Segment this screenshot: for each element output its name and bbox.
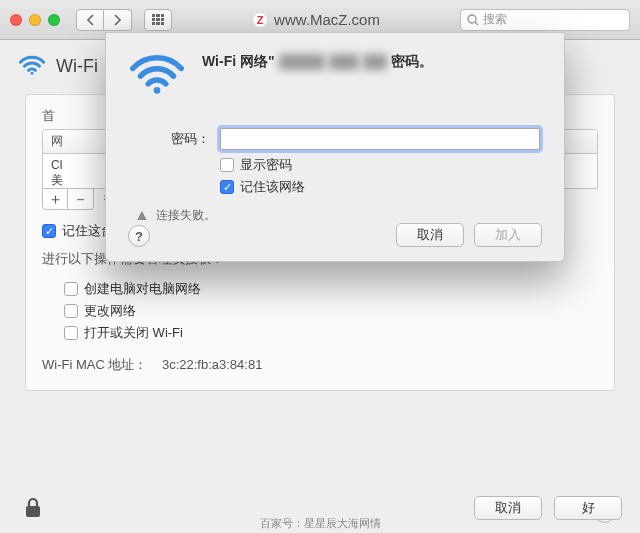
error-row: ▲ 连接失败。 — [134, 206, 540, 224]
wifi-icon — [18, 54, 46, 78]
opt-toggle-row[interactable]: 打开或关闭 Wi-Fi — [64, 324, 598, 342]
mac-address-label: Wi-Fi MAC 地址： — [42, 357, 147, 372]
close-window-button[interactable] — [10, 14, 22, 26]
dialog-help-button[interactable]: ? — [128, 225, 150, 247]
opt-change-checkbox[interactable] — [64, 304, 78, 318]
chevron-left-icon — [86, 14, 95, 26]
search-field[interactable]: 搜索 — [460, 9, 630, 31]
error-text: 连接失败。 — [156, 207, 216, 224]
remember-network-row[interactable]: 记住该网络 — [220, 178, 540, 196]
warning-icon: ▲ — [134, 206, 150, 224]
show-password-row[interactable]: 显示密码 — [220, 156, 540, 174]
app-badge-icon: Z — [252, 12, 268, 28]
opt-create-row[interactable]: 创建电脑对电脑网络 — [64, 280, 598, 298]
password-label: 密码： — [130, 130, 210, 148]
search-placeholder: 搜索 — [483, 11, 507, 28]
add-remove-group: ＋ － — [42, 188, 94, 210]
service-title: Wi-Fi — [56, 56, 98, 77]
mac-address-line: Wi-Fi MAC 地址： 3c:22:fb:a3:84:81 — [42, 356, 598, 374]
grid-icon — [152, 14, 164, 26]
zoom-window-button[interactable] — [48, 14, 60, 26]
dialog-join-button[interactable]: 加入 — [474, 223, 542, 247]
nav-buttons — [76, 9, 132, 31]
wifi-icon — [130, 53, 184, 100]
back-button[interactable] — [76, 9, 104, 31]
add-network-button[interactable]: ＋ — [42, 188, 68, 210]
dialog-cancel-button[interactable]: 取消 — [396, 223, 464, 247]
show-all-button[interactable] — [144, 9, 172, 31]
preferences-window: Z www.MacZ.com 搜索 Wi-Fi 首 网 Cl 美 — [0, 0, 640, 533]
search-icon — [467, 14, 479, 26]
window-title: Z www.MacZ.com — [180, 11, 452, 28]
window-title-text: www.MacZ.com — [274, 11, 380, 28]
forward-button[interactable] — [104, 9, 132, 31]
opt-change-label: 更改网络 — [84, 302, 136, 320]
redacted-ssid — [279, 54, 325, 70]
watermark: 百家号：星星辰大海网情 — [260, 516, 381, 531]
opt-create-checkbox[interactable] — [64, 282, 78, 296]
traffic-lights — [10, 14, 60, 26]
svg-line-1 — [475, 22, 478, 25]
svg-point-0 — [468, 15, 476, 23]
remember-network-label: 记住该网络 — [240, 178, 305, 196]
remove-network-button[interactable]: － — [68, 188, 94, 210]
redacted-ssid — [329, 54, 359, 70]
chevron-right-icon — [113, 14, 122, 26]
redacted-ssid — [363, 54, 387, 70]
opt-create-label: 创建电脑对电脑网络 — [84, 280, 201, 298]
show-password-checkbox[interactable] — [220, 158, 234, 172]
remember-networks-checkbox[interactable] — [42, 224, 56, 238]
svg-rect-3 — [26, 506, 40, 517]
password-input[interactable] — [220, 128, 540, 150]
dialog-header: Wi-Fi 网络" 密码。 — [130, 53, 540, 100]
dialog-title-post: 密码。 — [391, 53, 433, 71]
ok-button[interactable]: 好 — [554, 496, 622, 520]
wifi-password-dialog: Wi-Fi 网络" 密码。 密码： 显示密码 记住该网络 — [105, 32, 565, 262]
dialog-title: Wi-Fi 网络" 密码。 — [202, 53, 433, 71]
lock-icon[interactable] — [18, 493, 48, 523]
opt-toggle-checkbox[interactable] — [64, 326, 78, 340]
opt-toggle-label: 打开或关闭 Wi-Fi — [84, 324, 183, 342]
svg-point-2 — [31, 72, 34, 75]
minimize-window-button[interactable] — [29, 14, 41, 26]
svg-point-4 — [154, 87, 161, 94]
password-row: 密码： — [130, 128, 540, 150]
opt-change-row[interactable]: 更改网络 — [64, 302, 598, 320]
show-password-label: 显示密码 — [240, 156, 292, 174]
mac-address-value: 3c:22:fb:a3:84:81 — [162, 357, 262, 372]
dialog-title-pre: Wi-Fi 网络" — [202, 53, 275, 71]
dialog-options: 显示密码 记住该网络 — [220, 156, 540, 196]
cancel-button[interactable]: 取消 — [474, 496, 542, 520]
dialog-footer: 取消 加入 — [396, 223, 542, 247]
remember-network-checkbox[interactable] — [220, 180, 234, 194]
